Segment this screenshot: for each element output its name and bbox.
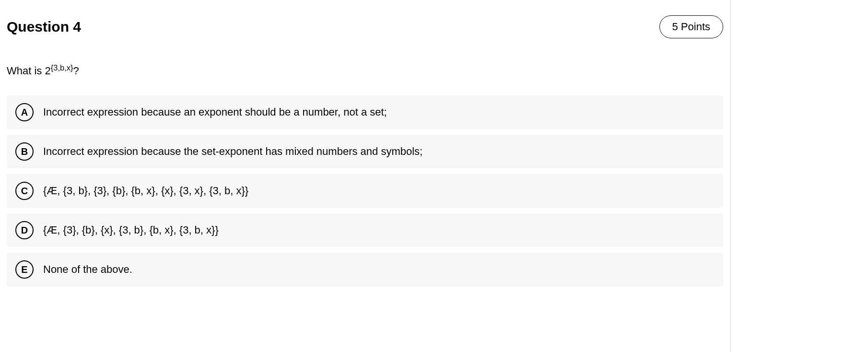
option-letter: A xyxy=(15,103,34,121)
prompt-suffix: ? xyxy=(73,65,79,77)
option-c[interactable]: C {Æ, {3, b}, {3}, {b}, {b, x}, {x}, {3,… xyxy=(7,174,723,208)
option-text: {Æ, {3, b}, {3}, {b}, {b, x}, {x}, {3, x… xyxy=(43,185,248,197)
option-text: None of the above. xyxy=(43,263,132,276)
options-list: A Incorrect expression because an expone… xyxy=(7,95,723,286)
question-title: Question 4 xyxy=(7,19,81,35)
points-badge: 5 Points xyxy=(659,15,724,38)
option-letter: B xyxy=(15,142,34,161)
option-text: Incorrect expression because the set-exp… xyxy=(43,145,422,158)
option-letter: E xyxy=(15,260,34,279)
question-container: Question 4 5 Points What is 2{3,b,x}? A … xyxy=(0,0,731,352)
option-text: {Æ, {3}, {b}, {x}, {3, b}, {b, x}, {3, b… xyxy=(43,224,219,236)
prompt-exponent: {3,b,x} xyxy=(51,63,73,72)
option-b[interactable]: B Incorrect expression because the set-e… xyxy=(7,135,723,168)
question-prompt: What is 2{3,b,x}? xyxy=(7,63,723,77)
question-header: Question 4 5 Points xyxy=(7,15,723,38)
option-letter: C xyxy=(15,182,34,200)
option-text: Incorrect expression because an exponent… xyxy=(43,106,387,118)
prompt-prefix: What is 2 xyxy=(7,65,51,77)
option-letter: D xyxy=(15,221,34,239)
option-a[interactable]: A Incorrect expression because an expone… xyxy=(7,95,723,129)
option-d[interactable]: D {Æ, {3}, {b}, {x}, {3, b}, {b, x}, {3,… xyxy=(7,213,723,247)
option-e[interactable]: E None of the above. xyxy=(7,253,723,286)
